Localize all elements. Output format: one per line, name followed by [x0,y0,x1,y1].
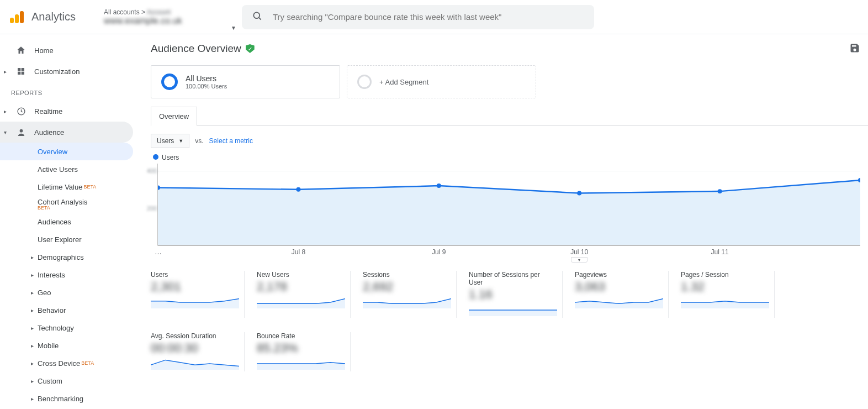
chevron-right-icon: ▸ [31,254,34,260]
kpi-card[interactable]: Pageviews 3,063 [575,271,669,318]
sidebar-sub-cross-device[interactable]: ▸Cross DeviceBETA [0,354,133,372]
kpi-card[interactable]: Bounce Rate 85.23% [257,332,351,371]
chevron-right-icon: ▸ [31,307,34,313]
sidebar-item-audience[interactable]: ▾ Audience [0,122,133,143]
kpi-card[interactable]: Number of Sessions per User 1.16 [469,271,563,318]
svg-line-1 [259,18,261,20]
search-bar[interactable] [242,5,594,29]
main-content: Audience Overview ✓ All Users 100.00% Us… [135,34,868,409]
y-axis-tick: 400 [147,167,157,174]
chevron-right-icon: ▸ [31,325,34,331]
add-segment-button[interactable]: + Add Segment [347,65,536,98]
logo-text: Analytics [31,11,76,23]
sidebar-sub-cohort[interactable]: Cohort Analysis BETA [0,196,133,213]
sidebar-label: Audience [34,128,64,137]
chevron-right-icon: ▸ [31,290,34,296]
sidebar-item-customization[interactable]: ▸ Customization [0,61,133,82]
segment-circle-empty-icon [357,75,372,89]
save-icon[interactable] [849,43,860,55]
kpi-value: 2,301 [151,280,235,294]
chevron-right-icon: ▸ [31,396,34,402]
kpi-value: 2,692 [363,280,447,294]
chevron-right-icon: ▸ [31,378,34,384]
svg-rect-4 [18,72,20,75]
search-input[interactable] [273,12,584,22]
kpi-value: 00:00:30 [151,341,235,355]
segment-all-users[interactable]: All Users 100.00% Users [151,65,340,98]
sidebar-sub-overview[interactable]: Overview [0,143,133,160]
sidebar-sub-lifetime-value[interactable]: Lifetime ValueBETA [0,178,133,196]
svg-rect-3 [22,68,24,71]
beta-tag: BETA [81,360,94,366]
reports-section-label: REPORTS [0,82,135,101]
sidebar-sub-user-explorer[interactable]: User Explorer [0,230,133,248]
svg-point-7 [19,129,23,132]
sparkline-icon [151,296,239,308]
x-axis-tick: Jul 9 [432,248,446,256]
sidebar-item-realtime[interactable]: ▸ Realtime [0,101,133,122]
svg-rect-5 [22,72,24,75]
chevron-right-icon: ▸ [31,272,34,278]
chevron-right-icon: ▸ [31,360,34,366]
sidebar-sub-behavior[interactable]: ▸Behavior [0,301,133,319]
y-axis-tick: 200 [147,205,157,212]
kpi-value: 3,063 [575,280,659,294]
svg-point-0 [253,12,260,18]
users-chart[interactable]: … 400200 Jul 8Jul 9Jul 10▾Jul 11 [157,164,860,245]
sidebar-sub-demographics[interactable]: ▸Demographics [0,248,133,266]
sidebar-sub-geo[interactable]: ▸Geo [0,284,133,301]
vs-label: vs. [195,137,203,145]
sidebar-label: Home [34,46,54,55]
kpi-value: 1.32 [681,280,765,294]
segment-title: All Users [186,74,227,83]
kpi-card[interactable]: Avg. Session Duration 00:00:30 [151,332,245,371]
kpi-grid: Users 2,301 New Users 2,178 Sessions 2,6… [151,271,868,386]
logo-block[interactable]: Analytics [10,11,98,23]
sidebar-sub-benchmarking[interactable]: ▸Benchmarking [0,390,133,407]
kpi-label: Bounce Rate [257,332,341,340]
sparkline-icon [257,358,345,370]
sidebar-sub-active-users[interactable]: Active Users [0,160,133,178]
kpi-label: Pageviews [575,271,659,279]
chart-legend: Users [153,154,868,161]
sidebar-item-home[interactable]: Home [0,40,133,61]
page-title: Audience Overview ✓ [151,43,255,55]
segment-subtitle: 100.00% Users [186,83,227,90]
legend-dot-icon [153,154,158,160]
svg-point-11 [577,191,581,195]
sidebar-sub-mobile[interactable]: ▸Mobile [0,337,133,354]
tab-overview[interactable]: Overview [151,107,197,126]
sidebar-label: Realtime [34,107,62,116]
svg-point-9 [296,187,300,192]
kpi-label: Avg. Session Duration [151,332,235,340]
dashboard-icon [15,67,27,76]
sidebar-sub-custom[interactable]: ▸Custom [0,372,133,390]
analytics-logo-icon [10,11,24,23]
sparkline-icon [469,304,557,316]
account-domain: www.example.co.uk [104,16,231,26]
kpi-card[interactable]: New Users 2,178 [257,271,351,318]
x-axis-tick: Jul 8 [292,248,305,256]
sidebar-sub-audiences[interactable]: Audiences [0,213,133,230]
x-axis-tick: Jul 10 [570,248,588,256]
sidebar-sub-technology[interactable]: ▸Technology [0,319,133,337]
chevron-right-icon: ▸ [2,69,8,75]
add-segment-label: + Add Segment [379,78,428,86]
select-metric-link[interactable]: Select a metric [209,137,253,145]
chevron-down-icon: ▼ [178,138,183,144]
account-breadcrumb: All accounts > Account [104,8,231,16]
sidebar-label: Customization [34,67,80,76]
sparkline-icon [257,296,345,308]
account-selector[interactable]: All accounts > Account www.example.co.uk… [104,8,231,26]
person-icon [15,128,27,137]
kpi-card[interactable]: Pages / Session 1.32 [681,271,775,318]
metric-selector[interactable]: Users ▼ [151,134,189,148]
chart-expand-handle[interactable]: ▾ [571,257,588,263]
kpi-card[interactable]: Users 2,301 [151,271,245,318]
sidebar-sub-interests[interactable]: ▸Interests [0,266,133,284]
kpi-card[interactable]: Sessions 2,692 [363,271,457,318]
kpi-label: New Users [257,271,341,279]
kpi-label: Sessions [363,271,447,279]
x-axis-tick: Jul 11 [711,248,729,256]
kpi-label: Pages / Session [681,271,765,279]
